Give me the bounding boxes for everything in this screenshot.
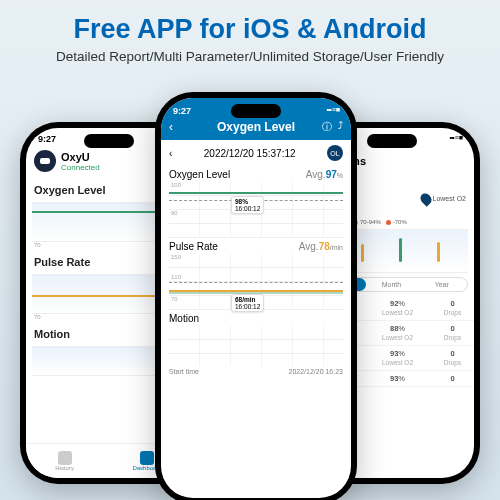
oxygen-avg: Avg.97% bbox=[306, 169, 343, 180]
segment-month[interactable]: Month bbox=[366, 278, 416, 291]
start-time-row: Start time2022/12/20 16:23 bbox=[161, 366, 351, 377]
legend-item: -70% bbox=[386, 219, 407, 225]
oxygen-label: Oxygen Level bbox=[34, 184, 106, 196]
legend-item: 70-94% bbox=[353, 219, 381, 225]
phone-center: 9:27••• ≡ ■ ‹ Oxygen Level ⓘ⤴ ‹ 2022/12/… bbox=[155, 92, 357, 500]
motion-label: Motion bbox=[169, 313, 199, 324]
ytick: 100 bbox=[171, 182, 181, 188]
info-icon[interactable]: ⓘ bbox=[322, 120, 332, 134]
device-icon bbox=[34, 150, 56, 172]
page-title: Oxygen Level bbox=[169, 120, 343, 134]
ytick: 70 bbox=[171, 296, 178, 302]
ol-badge[interactable]: OL bbox=[327, 145, 343, 161]
pulse-avg: Avg.78/min bbox=[299, 241, 343, 252]
oxygen-chart: 100 90 98%16:00:12 bbox=[169, 182, 343, 238]
ytick: 150 bbox=[171, 254, 181, 260]
oxygen-section: Oxygen LevelAvg.97% 100 90 98%16:00:12 bbox=[161, 166, 351, 238]
device-name: OxyU bbox=[61, 151, 100, 163]
tab-history[interactable]: History bbox=[55, 451, 74, 471]
date-bar[interactable]: ‹ 2022/12/20 15:37:12 OL bbox=[161, 140, 351, 166]
pulse-callout: 68/min16:00:12 bbox=[231, 294, 264, 312]
pulse-chart: 150 110 70 68/min16:00:12 bbox=[169, 254, 343, 310]
pulse-section: Pulse RateAvg.78/min 150 110 70 68/min16… bbox=[161, 238, 351, 310]
motion-section: Motion bbox=[161, 310, 351, 366]
phones-stage: 9:27••• ≡ ■ OxyU Connected Oxygen Level … bbox=[0, 82, 500, 500]
timestamp: 2022/12/20 15:37:12 bbox=[204, 148, 296, 159]
device-state: Connected bbox=[61, 163, 100, 172]
signal-icon: ••• ≡ ■ bbox=[449, 134, 462, 144]
pulse-label: Pulse Rate bbox=[169, 241, 218, 252]
share-icon[interactable]: ⤴ bbox=[338, 120, 343, 134]
notch bbox=[231, 104, 281, 118]
ytick: 110 bbox=[171, 274, 181, 280]
segment-year[interactable]: Year bbox=[417, 278, 467, 291]
motion-label: Motion bbox=[34, 328, 70, 340]
lowest-label: Lowest O2 bbox=[421, 193, 466, 205]
hero-subtitle: Detailed Report/Multi Parameter/Unlimite… bbox=[0, 49, 500, 64]
notch bbox=[367, 134, 417, 148]
pulse-label: Pulse Rate bbox=[34, 256, 90, 268]
signal-icon: ••• ≡ ■ bbox=[326, 106, 339, 116]
oxygen-callout: 98%16:00:12 bbox=[231, 196, 264, 214]
notch bbox=[84, 134, 134, 148]
chevron-left-icon[interactable]: ‹ bbox=[169, 148, 172, 159]
hero-title: Free APP for iOS & Android bbox=[0, 0, 500, 45]
ytick: 90 bbox=[171, 210, 178, 216]
clock: 9:27 bbox=[38, 134, 56, 144]
motion-chart bbox=[169, 326, 343, 366]
clock: 9:27 bbox=[173, 106, 191, 116]
back-button[interactable]: ‹ bbox=[169, 120, 173, 134]
oxygen-label: Oxygen Level bbox=[169, 169, 230, 180]
drop-icon bbox=[418, 191, 434, 207]
